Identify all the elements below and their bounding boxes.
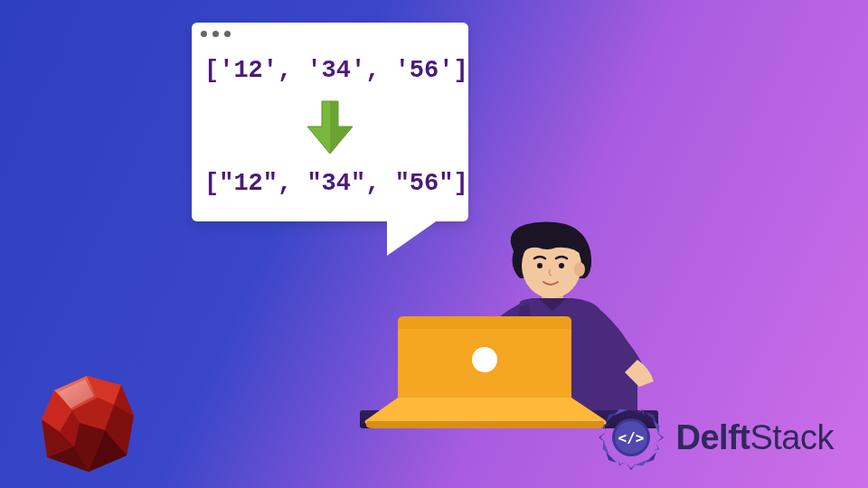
down-arrow-icon	[298, 96, 362, 159]
svg-point-3	[537, 263, 542, 268]
svg-point-2	[574, 262, 585, 277]
window-dot-icon	[212, 31, 219, 37]
delftstack-text: DelftStack	[676, 418, 835, 457]
code-line-after: ["12", "34", "56"]	[204, 168, 456, 200]
window-dot-icon	[201, 31, 207, 37]
window-dot-icon	[224, 31, 231, 37]
code-body: ['12', '34', '56'] ["12", "34", "56"]	[192, 44, 468, 221]
code-line-before: ['12', '34', '56']	[204, 55, 456, 87]
svg-text:</>: </>	[618, 429, 644, 446]
window-titlebar	[192, 23, 468, 44]
delftstack-logo: </> DelftStack	[591, 398, 835, 477]
svg-point-5	[472, 347, 497, 372]
laptop-illustration	[360, 313, 613, 430]
svg-point-4	[559, 263, 564, 268]
bubble-tail	[387, 218, 441, 256]
ruby-logo-icon	[34, 369, 143, 477]
code-window: ['12', '34', '56'] ["12", "34", "56"]	[192, 23, 468, 221]
delftstack-badge-icon: </>	[591, 398, 671, 477]
